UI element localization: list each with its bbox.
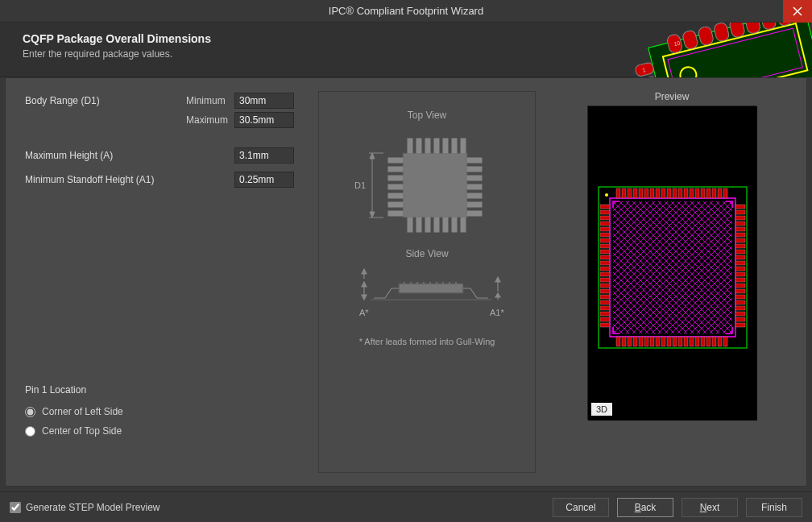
svg-rect-137	[600, 312, 610, 316]
svg-marker-49	[370, 153, 375, 159]
svg-rect-34	[388, 158, 403, 163]
svg-rect-107	[667, 337, 671, 346]
radio-center-input[interactable]	[25, 426, 35, 437]
svg-rect-155	[735, 289, 745, 293]
svg-rect-30	[434, 218, 439, 232]
svg-rect-111	[690, 337, 694, 346]
svg-rect-157	[735, 300, 745, 304]
cancel-button[interactable]: Cancel	[553, 498, 609, 517]
svg-rect-78	[616, 188, 620, 198]
pin1-center-radio[interactable]: Center of Top Side	[25, 421, 315, 441]
svg-rect-99	[622, 337, 626, 346]
svg-rect-41	[467, 158, 482, 163]
svg-rect-144	[735, 227, 745, 231]
svg-rect-161	[735, 323, 745, 327]
a-star-label: A*	[359, 308, 369, 317]
body-range-label: Body Range (D1)	[25, 95, 186, 106]
svg-rect-83	[644, 188, 648, 198]
svg-rect-146	[735, 238, 745, 242]
svg-rect-23	[434, 139, 439, 153]
svg-rect-40	[388, 211, 403, 216]
svg-rect-97	[723, 188, 727, 198]
svg-rect-94	[706, 188, 710, 198]
3d-mode-button[interactable]: 3D	[591, 403, 612, 416]
svg-rect-103	[644, 337, 648, 346]
svg-rect-142	[735, 216, 745, 220]
svg-rect-27	[408, 218, 412, 232]
body-range-min-input[interactable]	[234, 93, 294, 109]
preview-panel: Preview	[550, 91, 793, 473]
svg-rect-134	[600, 295, 610, 299]
svg-rect-85	[656, 188, 660, 198]
pin1-corner-radio[interactable]: Corner of Left Side	[25, 402, 315, 421]
svg-rect-158	[735, 306, 745, 310]
diagram-footnote: * After leads formed into Gull-Wing	[359, 337, 495, 346]
svg-rect-20	[408, 139, 412, 153]
svg-rect-91	[690, 188, 694, 198]
radio-corner-input[interactable]	[25, 407, 35, 417]
next-button[interactable]: Next	[682, 498, 738, 517]
side-view-label: Side View	[405, 248, 448, 259]
side-view-diagram: A* A1*	[338, 259, 516, 332]
svg-rect-33	[461, 218, 466, 232]
min-standoff-label: Minimum Standoff Height (A1)	[25, 174, 186, 185]
svg-rect-136	[600, 306, 610, 310]
svg-rect-153	[735, 278, 745, 282]
close-button[interactable]	[783, 0, 812, 23]
svg-rect-120	[600, 216, 610, 220]
svg-rect-90	[684, 188, 688, 198]
svg-rect-154	[735, 284, 745, 288]
svg-rect-44	[467, 184, 482, 189]
svg-rect-145	[735, 233, 745, 237]
finish-button[interactable]: Finish	[746, 498, 802, 517]
wizard-content: Body Range (D1) Minimum Maximum Maximum …	[5, 77, 807, 487]
svg-marker-66	[362, 295, 367, 300]
svg-rect-31	[443, 218, 448, 232]
preview-render	[588, 106, 757, 420]
body-range-max-input[interactable]	[234, 112, 294, 128]
svg-rect-109	[678, 337, 682, 346]
max-height-input[interactable]	[234, 147, 294, 164]
svg-rect-113	[701, 337, 705, 346]
svg-rect-126	[600, 250, 610, 254]
svg-rect-84	[650, 188, 654, 198]
svg-rect-37	[388, 184, 403, 189]
svg-rect-53	[399, 284, 463, 293]
svg-rect-149	[735, 255, 745, 259]
svg-rect-95	[712, 188, 716, 198]
a1-star-label: A1*	[490, 308, 504, 317]
max-height-label: Maximum Height (A)	[25, 150, 186, 161]
svg-rect-127	[600, 255, 610, 259]
svg-rect-24	[443, 139, 448, 153]
svg-rect-133	[600, 289, 610, 293]
svg-rect-128	[600, 261, 610, 265]
svg-rect-141	[735, 210, 745, 214]
svg-rect-98	[616, 337, 620, 346]
svg-rect-121	[600, 222, 610, 226]
min-standoff-input[interactable]	[234, 172, 294, 188]
svg-rect-80	[628, 188, 632, 198]
svg-rect-112	[695, 337, 699, 346]
svg-rect-21	[416, 139, 421, 153]
svg-rect-114	[706, 337, 710, 346]
svg-rect-131	[600, 278, 610, 282]
svg-rect-22	[425, 139, 430, 153]
top-view-label: Top View	[408, 110, 446, 121]
svg-rect-101	[633, 337, 637, 346]
back-button[interactable]: Back	[617, 498, 673, 517]
svg-rect-151	[735, 267, 745, 271]
top-view-diagram: D1	[338, 121, 516, 242]
pin1-center-label: Center of Top Side	[42, 425, 122, 437]
svg-rect-87	[667, 188, 671, 198]
svg-rect-89	[678, 188, 682, 198]
form-panel: Body Range (D1) Minimum Maximum Maximum …	[25, 91, 315, 473]
svg-rect-116	[718, 337, 722, 346]
svg-marker-65	[362, 282, 367, 287]
preview-viewport[interactable]: 3D	[587, 106, 756, 420]
svg-rect-125	[600, 244, 610, 248]
generate-step-checkbox[interactable]	[10, 502, 21, 513]
svg-rect-138	[600, 317, 610, 321]
pin1-corner-label: Corner of Left Side	[42, 406, 123, 417]
svg-rect-132	[600, 284, 610, 288]
svg-rect-143	[735, 222, 745, 226]
